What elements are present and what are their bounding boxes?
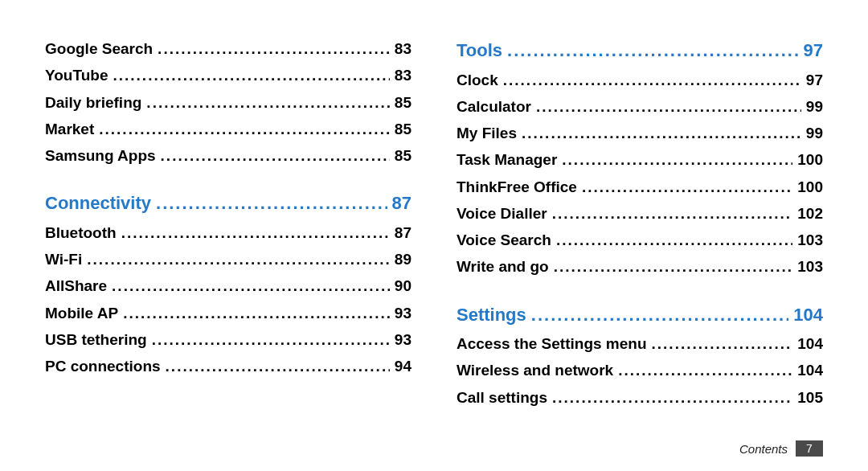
toc-item[interactable]: Voice Dialler 102 bbox=[457, 200, 823, 227]
toc-leader-dots bbox=[618, 357, 792, 383]
toc-right-column: Tools 97 Clock 97 Calculator 99 My Files… bbox=[457, 35, 823, 411]
toc-leader-dots bbox=[522, 120, 801, 146]
toc-item[interactable]: Wireless and network 104 bbox=[457, 357, 823, 383]
toc-item-label: Mobile AP bbox=[45, 300, 118, 326]
toc-item[interactable]: Call settings 105 bbox=[457, 384, 823, 411]
toc-item-label: Wi-Fi bbox=[45, 246, 82, 272]
toc-item-page: 89 bbox=[395, 246, 411, 272]
toc-item[interactable]: ThinkFree Office 100 bbox=[457, 174, 823, 200]
toc-item-page: 83 bbox=[395, 35, 411, 62]
toc-leader-dots bbox=[156, 188, 387, 219]
toc-item[interactable]: Market 85 bbox=[45, 116, 411, 142]
toc-item-page: 103 bbox=[797, 227, 823, 253]
toc-leader-dots bbox=[152, 326, 390, 353]
toc-item[interactable]: Task Manager 100 bbox=[457, 146, 823, 173]
toc-item[interactable]: USB tethering 93 bbox=[45, 326, 411, 353]
toc-item[interactable]: Bluetooth 87 bbox=[45, 219, 411, 246]
toc-leader-dots bbox=[556, 227, 792, 253]
toc-leader-dots bbox=[507, 35, 798, 67]
toc-item-page: 90 bbox=[395, 272, 411, 299]
toc-section-settings[interactable]: Settings 104 bbox=[457, 300, 823, 331]
toc-item-label: Market bbox=[45, 116, 94, 142]
toc-item-label: PC connections bbox=[45, 353, 161, 379]
toc-item-page: 105 bbox=[797, 384, 823, 411]
toc-item[interactable]: Voice Search 103 bbox=[457, 227, 823, 253]
toc-item-page: 100 bbox=[797, 146, 823, 173]
toc-leader-dots bbox=[166, 353, 390, 379]
toc-section-tools[interactable]: Tools 97 bbox=[457, 35, 823, 67]
toc-leader-dots bbox=[87, 246, 390, 272]
page-footer: Contents 7 bbox=[739, 440, 823, 457]
footer-label: Contents bbox=[739, 442, 788, 456]
toc-section-connectivity[interactable]: Connectivity 87 bbox=[45, 188, 411, 219]
toc-item-label: AllShare bbox=[45, 272, 107, 299]
toc-leader-dots bbox=[562, 146, 792, 173]
toc-item-page: 99 bbox=[806, 93, 823, 120]
toc-leader-dots bbox=[113, 62, 389, 88]
toc-item[interactable]: Access the Settings menu 104 bbox=[457, 330, 823, 357]
toc-item[interactable]: Calculator 99 bbox=[457, 93, 823, 120]
toc-item-page: 85 bbox=[395, 89, 411, 116]
toc-leader-dots bbox=[99, 116, 390, 142]
toc-item-page: 85 bbox=[395, 142, 411, 169]
toc-item-label: Write and go bbox=[457, 253, 549, 280]
toc-item-label: Voice Search bbox=[457, 227, 551, 253]
toc-item-page: 94 bbox=[395, 353, 411, 379]
toc-item-page: 99 bbox=[806, 120, 823, 146]
toc-item-label: My Files bbox=[457, 120, 517, 146]
toc-item[interactable]: Wi-Fi 89 bbox=[45, 246, 411, 272]
toc-item-label: Voice Dialler bbox=[457, 200, 547, 227]
toc-item[interactable]: Daily briefing 85 bbox=[45, 89, 411, 116]
toc-item-label: Clock bbox=[457, 67, 498, 93]
toc-section-label: Tools bbox=[457, 35, 502, 67]
toc-item-page: 104 bbox=[797, 357, 823, 383]
toc-item-label: Wireless and network bbox=[457, 357, 613, 383]
toc-item[interactable]: PC connections 94 bbox=[45, 353, 411, 379]
toc-leader-dots bbox=[503, 67, 801, 93]
toc-section-page: 104 bbox=[793, 300, 823, 331]
toc-item-label: Google Search bbox=[45, 35, 153, 62]
toc-item-label: YouTube bbox=[45, 62, 108, 88]
toc-section-label: Settings bbox=[457, 300, 526, 331]
toc-item-label: Access the Settings menu bbox=[457, 330, 647, 357]
toc-item[interactable]: YouTube 83 bbox=[45, 62, 411, 88]
toc-item-page: 85 bbox=[395, 116, 411, 142]
toc-item-page: 97 bbox=[806, 67, 823, 93]
toc-section-page: 87 bbox=[392, 188, 411, 219]
page-number-badge: 7 bbox=[796, 440, 823, 457]
toc-item[interactable]: Clock 97 bbox=[457, 67, 823, 93]
toc-leader-dots bbox=[582, 174, 792, 200]
toc-item-page: 93 bbox=[395, 326, 411, 353]
toc-item[interactable]: Samsung Apps 85 bbox=[45, 142, 411, 169]
toc-leader-dots bbox=[158, 35, 390, 62]
toc-item[interactable]: Mobile AP 93 bbox=[45, 300, 411, 326]
toc-item-label: Daily briefing bbox=[45, 89, 141, 116]
toc-item-label: USB tethering bbox=[45, 326, 147, 353]
toc-item-label: Task Manager bbox=[457, 146, 557, 173]
toc-item-page: 104 bbox=[797, 330, 823, 357]
toc-item[interactable]: AllShare 90 bbox=[45, 272, 411, 299]
toc-item-label: Calculator bbox=[457, 93, 531, 120]
toc-leader-dots bbox=[554, 253, 793, 280]
toc-leader-dots bbox=[536, 93, 801, 120]
toc-page: Google Search 83 YouTube 83 Daily briefi… bbox=[0, 0, 868, 471]
toc-leader-dots bbox=[112, 272, 390, 299]
toc-item[interactable]: Google Search 83 bbox=[45, 35, 411, 62]
toc-leader-dots bbox=[121, 219, 390, 246]
toc-item-page: 87 bbox=[395, 219, 411, 246]
toc-leader-dots bbox=[652, 330, 793, 357]
toc-leader-dots bbox=[552, 384, 792, 411]
toc-item-page: 103 bbox=[797, 253, 823, 280]
toc-item-label: Bluetooth bbox=[45, 219, 117, 246]
toc-section-page: 97 bbox=[804, 35, 823, 67]
toc-columns: Google Search 83 YouTube 83 Daily briefi… bbox=[45, 35, 823, 411]
toc-item-page: 100 bbox=[797, 174, 823, 200]
toc-leader-dots bbox=[146, 89, 390, 116]
toc-leader-dots bbox=[123, 300, 390, 326]
toc-leader-dots bbox=[161, 142, 390, 169]
toc-item[interactable]: My Files 99 bbox=[457, 120, 823, 146]
toc-item-label: ThinkFree Office bbox=[457, 174, 577, 200]
toc-item[interactable]: Write and go 103 bbox=[457, 253, 823, 280]
toc-item-label: Samsung Apps bbox=[45, 142, 156, 169]
toc-item-page: 93 bbox=[395, 300, 411, 326]
